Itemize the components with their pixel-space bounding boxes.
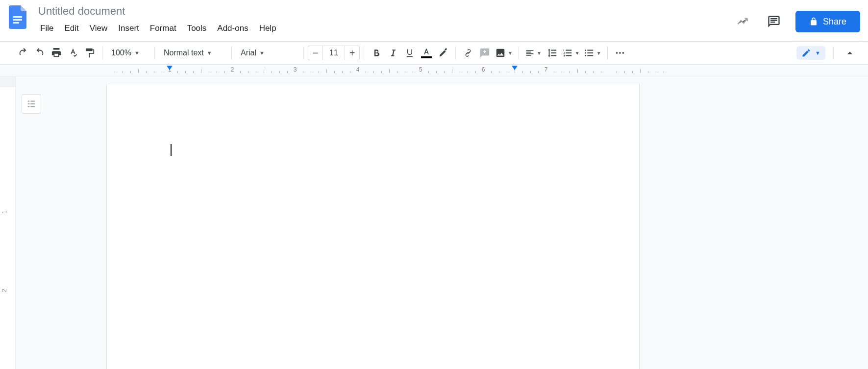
font-size-increase[interactable]: + (345, 46, 360, 60)
share-button-label: Share (823, 17, 846, 27)
title-menu-area: Untitled document File Edit View Insert … (35, 4, 281, 35)
bulleted-list-button[interactable]: ▼ (582, 45, 603, 61)
numbered-list-button[interactable]: ▼ (560, 45, 582, 61)
docs-logo[interactable] (8, 4, 27, 30)
font-size-stepper: − + (308, 46, 360, 60)
svg-rect-3 (770, 18, 777, 19)
menu-help[interactable]: Help (254, 22, 281, 35)
chevron-down-icon: ▼ (508, 50, 513, 56)
highlight-color-button[interactable] (435, 45, 451, 61)
chevron-down-icon: ▼ (815, 50, 820, 56)
toolbar-separator (102, 47, 102, 59)
toolbar: 100% ▼ Normal text ▼ Arial ▼ − + (0, 41, 868, 65)
text-color-button[interactable] (418, 45, 435, 61)
document-page[interactable] (107, 84, 639, 369)
italic-button[interactable] (385, 45, 401, 61)
comments-icon[interactable] (764, 12, 784, 31)
svg-rect-1 (13, 19, 22, 21)
font-family-value: Arial (241, 49, 256, 57)
ruler-number: 2 (231, 66, 234, 73)
text-cursor (171, 144, 172, 156)
activity-icon[interactable] (733, 12, 752, 31)
chevron-down-icon: ▼ (259, 50, 265, 56)
hide-menus-button[interactable] (842, 45, 858, 61)
ruler-number: 7 (545, 66, 548, 73)
svg-rect-5 (770, 22, 775, 23)
share-button[interactable]: Share (795, 11, 860, 32)
toolbar-separator (364, 47, 364, 59)
paint-format-button[interactable] (81, 45, 98, 61)
menu-addons[interactable]: Add-ons (212, 22, 253, 35)
chevron-down-icon: ▼ (596, 50, 601, 56)
lock-icon (809, 17, 818, 26)
svg-point-6 (616, 52, 618, 54)
undo-button[interactable] (15, 45, 31, 61)
underline-button[interactable] (401, 45, 418, 61)
svg-rect-4 (770, 20, 777, 21)
toolbar-separator (519, 47, 519, 59)
vertical-ruler[interactable]: 112 (0, 76, 16, 369)
chevron-down-icon: ▼ (207, 50, 212, 56)
paragraph-style-select[interactable]: Normal text ▼ (159, 45, 227, 61)
toolbar-separator (455, 47, 456, 59)
pencil-icon (801, 48, 811, 58)
document-outline-button[interactable] (22, 94, 41, 114)
menu-tools[interactable]: Tools (182, 22, 212, 35)
font-size-decrease[interactable]: − (308, 46, 322, 60)
svg-rect-2 (13, 22, 19, 24)
spellcheck-button[interactable] (65, 45, 81, 61)
print-button[interactable] (48, 45, 65, 61)
align-button[interactable]: ▼ (523, 45, 544, 61)
menu-insert[interactable]: Insert (113, 22, 144, 35)
document-title[interactable]: Untitled document (35, 4, 128, 19)
paragraph-style-value: Normal text (164, 49, 204, 57)
svg-point-7 (619, 52, 621, 54)
font-size-input[interactable] (322, 46, 345, 60)
chevron-down-icon: ▼ (134, 50, 140, 56)
insert-image-button[interactable]: ▼ (493, 45, 515, 61)
vruler-number: 1 (1, 210, 8, 214)
editing-mode-button[interactable]: ▼ (796, 46, 825, 60)
svg-rect-0 (13, 16, 22, 18)
toolbar-right: ▼ (796, 42, 858, 64)
ruler-number: 6 (482, 66, 485, 73)
horizontal-ruler[interactable]: 1234567 (0, 65, 868, 76)
menu-edit[interactable]: Edit (59, 22, 83, 35)
menu-bar: File Edit View Insert Format Tools Add-o… (35, 22, 281, 35)
right-indent-marker[interactable] (512, 66, 518, 70)
workspace: 112 (0, 76, 868, 369)
header-actions: Share (733, 11, 860, 32)
app-header: Untitled document File Edit View Insert … (0, 0, 868, 41)
toolbar-separator (833, 47, 834, 59)
zoom-value: 100% (111, 49, 131, 57)
vruler-number: 2 (1, 289, 8, 292)
menu-view[interactable]: View (85, 22, 113, 35)
chevron-down-icon: ▼ (575, 50, 580, 56)
menu-file[interactable]: File (35, 22, 58, 35)
toolbar-separator (231, 47, 232, 59)
menu-format[interactable]: Format (145, 22, 181, 35)
vruler-number: 1 (1, 84, 8, 87)
line-spacing-button[interactable] (544, 45, 560, 61)
zoom-select[interactable]: 100% ▼ (106, 45, 150, 61)
svg-point-8 (622, 52, 624, 54)
insert-link-button[interactable] (460, 45, 476, 61)
toolbar-separator (154, 47, 155, 59)
more-button[interactable] (612, 45, 628, 61)
bold-button[interactable] (368, 45, 385, 61)
ruler-number: 4 (356, 66, 360, 73)
left-indent-marker[interactable] (167, 66, 173, 70)
toolbar-separator (607, 47, 608, 59)
font-family-select[interactable]: Arial ▼ (236, 45, 299, 61)
ruler-number: 5 (419, 66, 422, 73)
add-comment-button[interactable] (476, 45, 493, 61)
text-color-swatch (421, 56, 432, 58)
chevron-down-icon: ▼ (537, 50, 542, 56)
redo-button[interactable] (31, 45, 48, 61)
ruler-number: 3 (294, 66, 297, 73)
toolbar-separator (303, 47, 304, 59)
